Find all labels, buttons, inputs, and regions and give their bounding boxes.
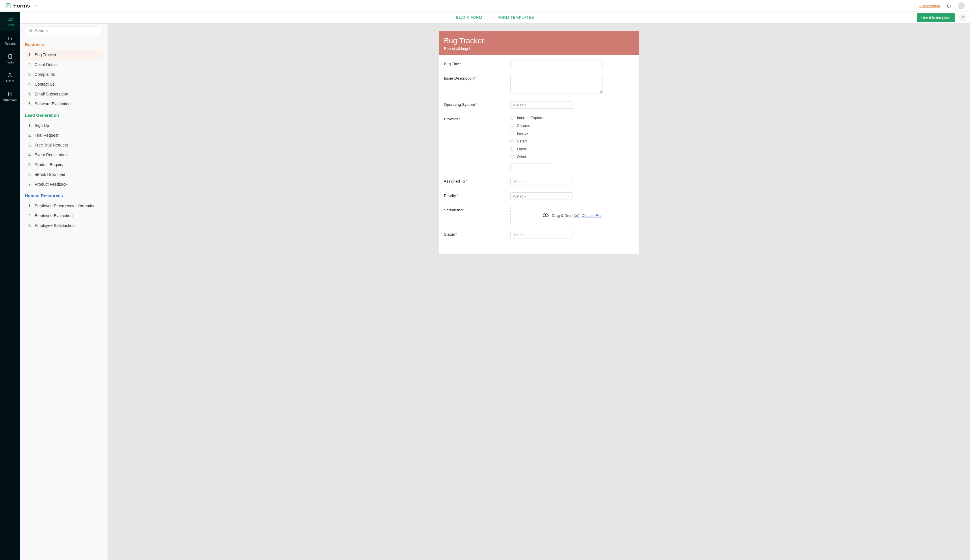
vnav-item-users[interactable]: Users xyxy=(0,68,20,87)
brand[interactable]: Forms xyxy=(5,3,38,9)
file-dropzone[interactable]: Drag & Drop (or) Choose File xyxy=(510,207,634,224)
select-assigned-to[interactable]: -Select- xyxy=(510,178,572,185)
radio-label: Safari xyxy=(517,139,527,143)
vnav-item-tasks[interactable]: Tasks xyxy=(0,49,20,68)
template-item[interactable]: 6.Software Evaluation xyxy=(25,99,103,109)
field-browser: Browser* Internet ExplorerChromeFirefoxS… xyxy=(444,116,634,171)
radio-option[interactable]: Chrome xyxy=(510,123,634,128)
close-icon xyxy=(961,15,965,20)
template-item-label: Client Details xyxy=(35,62,59,67)
radio-label: Other xyxy=(517,155,527,159)
bar-chart-icon xyxy=(7,35,13,41)
choose-file-link[interactable]: Choose File xyxy=(582,213,602,218)
label-operating-system: Operating System* xyxy=(444,101,510,107)
category-title: Human Resources xyxy=(25,193,103,198)
radio-option[interactable]: Internet Explorer xyxy=(510,116,634,120)
search-icon xyxy=(28,28,35,33)
required-asterisk: * xyxy=(476,102,477,107)
template-item[interactable]: 1.Employee Emergency Information xyxy=(25,201,103,211)
template-item-index: 7. xyxy=(28,182,32,187)
forms-logo-icon xyxy=(5,3,11,8)
template-item[interactable]: 2.Client Details xyxy=(25,60,103,70)
subscription-link[interactable]: Subscription xyxy=(919,4,940,8)
template-item[interactable]: 2.Employee Evaluation xyxy=(25,211,103,221)
notifications-button[interactable] xyxy=(945,2,953,10)
chevron-down-icon xyxy=(567,194,570,198)
form-preview[interactable]: Bug Tracker Report all bugs! Bug Title* xyxy=(108,23,970,560)
avatar[interactable] xyxy=(958,2,965,9)
template-item[interactable]: 6.eBook Download xyxy=(25,170,103,179)
select-placeholder: -Select- xyxy=(513,103,526,107)
category-title: Business xyxy=(25,42,103,47)
radio-option[interactable]: Other xyxy=(510,155,634,159)
search-input[interactable] xyxy=(35,28,99,33)
template-list-scroll[interactable]: Business1.Bug Tracker2.Client Details3.C… xyxy=(20,38,107,560)
svg-rect-1 xyxy=(8,17,12,20)
select-placeholder: -Select- xyxy=(513,194,526,198)
search-input-wrap[interactable] xyxy=(25,27,103,35)
label-status: Status* xyxy=(444,231,510,237)
template-list: 1.Sign Up2.Trial Request3.Free Trial Req… xyxy=(25,120,103,189)
radio-icon xyxy=(510,139,514,143)
template-item[interactable]: 3.Free Trial Request xyxy=(25,140,103,150)
vnav-item-reports[interactable]: Reports xyxy=(0,30,20,49)
radio-icon xyxy=(510,147,514,151)
template-item[interactable]: 4.Contact Us xyxy=(25,79,103,89)
template-item-index: 1. xyxy=(28,52,32,57)
template-item[interactable]: 2.Trial Request xyxy=(25,130,103,140)
chevron-down-icon xyxy=(567,233,570,237)
template-item[interactable]: 3.Complaints xyxy=(25,70,103,79)
template-item[interactable]: 7.Product Feedback xyxy=(25,179,103,189)
radio-option[interactable]: Opera xyxy=(510,147,634,151)
vnav-item-forms[interactable]: Forms xyxy=(0,12,20,30)
app-switch-caret-icon[interactable] xyxy=(34,3,38,8)
vnav-item-approvals[interactable]: Approvals xyxy=(0,87,20,105)
template-item[interactable]: 4.Event Registration xyxy=(25,150,103,160)
radio-icon xyxy=(510,155,514,158)
textarea-issue-description[interactable] xyxy=(510,75,603,93)
template-item-index: 1. xyxy=(28,123,32,128)
field-issue-description: Issue Description* xyxy=(444,75,634,94)
user-icon xyxy=(7,72,13,78)
label-screenshot: Screenshot xyxy=(444,207,510,212)
template-category: Human Resources1.Employee Emergency Info… xyxy=(25,193,103,230)
template-item-index: 2. xyxy=(28,213,32,218)
template-item-label: Bug Tracker xyxy=(35,52,56,57)
template-item[interactable]: 5.Email Subscription xyxy=(25,89,103,99)
required-asterisk: * xyxy=(456,232,457,237)
form-body: Bug Title* Issue Description* xyxy=(439,55,639,254)
vnav-label: Reports xyxy=(5,42,16,45)
radio-option[interactable]: Safari xyxy=(510,139,634,143)
close-button[interactable] xyxy=(959,14,967,21)
template-item-index: 1. xyxy=(28,203,32,208)
label-browser: Browser* xyxy=(444,116,510,121)
tab-form-templates[interactable]: FORM TEMPLATES xyxy=(490,12,542,23)
template-item[interactable]: 1.Sign Up xyxy=(25,120,103,130)
input-browser-other[interactable] xyxy=(510,163,550,171)
template-item[interactable]: 3.Employee Satisfaction xyxy=(25,221,103,230)
svg-point-2 xyxy=(11,18,12,18)
template-item-label: eBook Download xyxy=(35,172,65,177)
template-item[interactable]: 5.Product Enquiry xyxy=(25,160,103,170)
use-template-button[interactable]: Use this template xyxy=(917,13,955,22)
select-status[interactable]: -Select- xyxy=(510,231,572,238)
templates-header-right: Use this template xyxy=(917,13,967,22)
field-operating-system: Operating System* -Select- xyxy=(444,101,634,109)
select-priority[interactable]: -Select- xyxy=(510,192,572,200)
form-title: Bug Tracker xyxy=(444,36,634,45)
radio-option[interactable]: Firefox xyxy=(510,131,634,135)
template-item-label: Employee Evaluation xyxy=(35,213,73,218)
template-item-index: 3. xyxy=(28,223,32,228)
select-operating-system[interactable]: -Select- xyxy=(510,101,572,109)
template-category: Business1.Bug Tracker2.Client Details3.C… xyxy=(25,42,103,109)
template-category: Lead Generation1.Sign Up2.Trial Request3… xyxy=(25,113,103,189)
tab-blank-form[interactable]: BLANK FORM xyxy=(449,12,490,23)
label-bug-title: Bug Title* xyxy=(444,60,510,66)
vnav-label: Tasks xyxy=(6,60,14,64)
template-item-label: Product Feedback xyxy=(35,182,68,187)
input-bug-title[interactable] xyxy=(510,60,603,68)
template-item-index: 6. xyxy=(28,102,32,106)
template-item-label: Contact Us xyxy=(35,82,55,87)
template-item[interactable]: 1.Bug Tracker xyxy=(25,50,103,60)
form-header: Bug Tracker Report all bugs! xyxy=(439,31,639,55)
